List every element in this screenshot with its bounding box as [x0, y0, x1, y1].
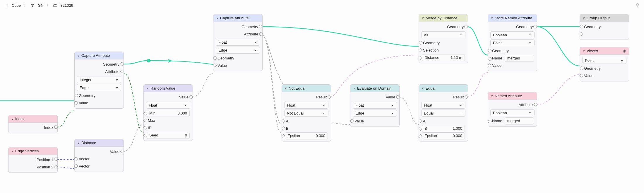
- dtype-select[interactable]: Float: [146, 102, 190, 109]
- mode-select[interactable]: All: [421, 31, 465, 38]
- node-index[interactable]: ∨ Index Index: [8, 115, 58, 133]
- dtype-select[interactable]: Boolean: [490, 31, 535, 38]
- socket-in-geometry[interactable]: [580, 25, 583, 28]
- name-field[interactable]: merged: [505, 55, 534, 62]
- socket-in-extend[interactable]: [579, 32, 583, 36]
- distance-field[interactable]: Distance1.13 m: [422, 54, 465, 61]
- socket-in-selection[interactable]: [418, 48, 422, 52]
- socket-in-geometry[interactable]: [488, 49, 491, 52]
- breadcrumb-item[interactable]: GN: [38, 3, 44, 8]
- node-title: Not Equal: [289, 86, 305, 90]
- dtype-select[interactable]: Float: [421, 102, 465, 109]
- reroute-arrow[interactable]: ➤: [167, 57, 172, 64]
- dtype-select[interactable]: Boolean: [490, 109, 535, 116]
- socket-in-geometry[interactable]: [580, 66, 583, 70]
- socket-out-value[interactable]: [120, 149, 124, 153]
- socket-in-name[interactable]: [488, 120, 491, 123]
- node-header[interactable]: ∨ Distance: [75, 139, 124, 147]
- socket-out-value[interactable]: [189, 95, 193, 99]
- socket-out-position2[interactable]: [54, 165, 58, 169]
- b-field[interactable]: B1.000: [422, 125, 465, 132]
- node-header[interactable]: ∨ Evaluate on Domain: [350, 85, 399, 92]
- chevron-down-icon: ∨: [78, 141, 80, 144]
- socket-out-geometry[interactable]: [533, 25, 537, 28]
- node-header[interactable]: ∨ Index: [8, 115, 57, 123]
- node-header[interactable]: ∨ Equal: [419, 85, 468, 92]
- node-merge-by-distance[interactable]: ∨ Merge by Distance Geometry All Geometr…: [419, 14, 468, 63]
- socket-in-vector-b[interactable]: [74, 164, 78, 168]
- socket-in-value[interactable]: [350, 119, 354, 123]
- socket-out-attribute[interactable]: [120, 69, 124, 74]
- node-named-attribute[interactable]: ∨ Named Attribute Attribute Boolean Name…: [488, 92, 537, 127]
- socket-in-a[interactable]: [418, 119, 422, 123]
- node-header[interactable]: ∨ Group Output: [580, 14, 629, 22]
- socket-in-geometry[interactable]: [75, 94, 78, 97]
- epsilon-field[interactable]: Epsilon0.000: [285, 132, 328, 139]
- domain-select[interactable]: Point: [490, 39, 535, 46]
- dtype-select[interactable]: Float: [353, 102, 397, 109]
- socket-in-a[interactable]: [281, 119, 285, 123]
- domain-select[interactable]: Edge: [353, 110, 397, 117]
- socket-in-id[interactable]: [143, 126, 147, 130]
- domain-select[interactable]: Edge: [216, 47, 260, 54]
- node-header[interactable]: ∨ Store Named Attribute: [488, 14, 537, 22]
- node-viewer[interactable]: ∨ Viewer ◉ Point Geometry Value: [580, 47, 629, 81]
- node-not-equal[interactable]: ∨ Not Equal Result Float Not Equal A B E…: [282, 84, 331, 141]
- node-header[interactable]: ∨ Merge by Distance: [419, 14, 468, 22]
- socket-in-value[interactable]: [579, 74, 583, 78]
- node-header[interactable]: ∨ Edge Vertices: [8, 147, 57, 155]
- name-field[interactable]: merged: [505, 117, 534, 124]
- dtype-select[interactable]: Integer: [77, 76, 121, 83]
- socket-in-value[interactable]: [213, 63, 217, 67]
- dtype-select[interactable]: Float: [284, 102, 328, 109]
- breadcrumb[interactable]: Cube 〉 GN 〉 321029: [4, 3, 73, 8]
- node-header[interactable]: ∨ Not Equal: [282, 85, 331, 92]
- breadcrumb-item[interactable]: Cube: [12, 3, 21, 8]
- min-field[interactable]: Min0.000: [147, 110, 190, 117]
- domain-select[interactable]: Point: [582, 57, 626, 64]
- domain-select[interactable]: Edge: [77, 84, 121, 91]
- socket-in-value[interactable]: [74, 101, 78, 105]
- node-equal[interactable]: ∨ Equal Result Float Equal A B1.000 Epsi…: [419, 84, 468, 141]
- socket-out-result[interactable]: [464, 95, 468, 99]
- node-evaluate-on-domain[interactable]: ∨ Evaluate on Domain Value Float Edge Va…: [350, 84, 400, 127]
- node-header[interactable]: ∨ Capture Attribute: [213, 14, 262, 22]
- socket-out-index[interactable]: [54, 125, 58, 129]
- node-group-output[interactable]: ∨ Group Output Geometry: [580, 14, 629, 40]
- op-select[interactable]: Equal: [421, 110, 465, 117]
- socket-in-geometry[interactable]: [419, 41, 422, 45]
- socket-out-geometry[interactable]: [120, 62, 124, 66]
- breadcrumb-item[interactable]: 321029: [61, 3, 73, 8]
- socket-out-geometry[interactable]: [464, 25, 468, 28]
- node-edge-vertices[interactable]: ∨ Edge Vertices Position 1 Position 2: [8, 147, 58, 173]
- op-select[interactable]: Not Equal: [284, 110, 328, 117]
- epsilon-field[interactable]: Epsilon0.000: [422, 132, 465, 139]
- socket-in-geometry[interactable]: [213, 56, 217, 60]
- socket-in-max[interactable]: [143, 118, 147, 122]
- node-header[interactable]: ∨ Named Attribute: [488, 92, 537, 100]
- socket-out-value[interactable]: [396, 95, 400, 99]
- socket-in-vector-a[interactable]: [74, 157, 78, 161]
- socket-out-attribute[interactable]: [533, 103, 537, 107]
- eye-icon[interactable]: ◉: [623, 49, 626, 53]
- socket-out-position1[interactable]: [54, 157, 58, 161]
- socket-in-name[interactable]: [488, 57, 491, 61]
- socket-in-b[interactable]: [281, 126, 285, 130]
- node-title: Index: [15, 117, 25, 121]
- pin-icon[interactable]: ⚲: [636, 2, 639, 8]
- node-header[interactable]: ∨ Viewer ◉: [580, 47, 629, 55]
- node-store-named-attribute[interactable]: ∨ Store Named Attribute Geometry Boolean…: [488, 14, 537, 71]
- dtype-select[interactable]: Float: [216, 39, 260, 46]
- seed-field[interactable]: Seed0: [147, 132, 190, 139]
- socket-in-value[interactable]: [487, 63, 491, 67]
- node-distance[interactable]: ∨ Distance Value Vector Vector: [74, 139, 124, 172]
- node-header[interactable]: ∨ Capture Attribute: [75, 52, 124, 59]
- reroute[interactable]: [147, 59, 150, 62]
- node-capture-attribute-1[interactable]: ∨ Capture Attribute Geometry Attribute I…: [74, 52, 124, 109]
- node-header[interactable]: ∨ Random Value: [144, 85, 193, 92]
- node-random-value[interactable]: ∨ Random Value Value Float Min0.000 Max …: [143, 84, 193, 141]
- socket-out-result[interactable]: [327, 95, 331, 99]
- node-capture-attribute-2[interactable]: ∨ Capture Attribute Geometry Attribute F…: [213, 14, 263, 71]
- socket-out-geometry[interactable]: [259, 25, 262, 28]
- socket-out-attribute[interactable]: [259, 32, 263, 36]
